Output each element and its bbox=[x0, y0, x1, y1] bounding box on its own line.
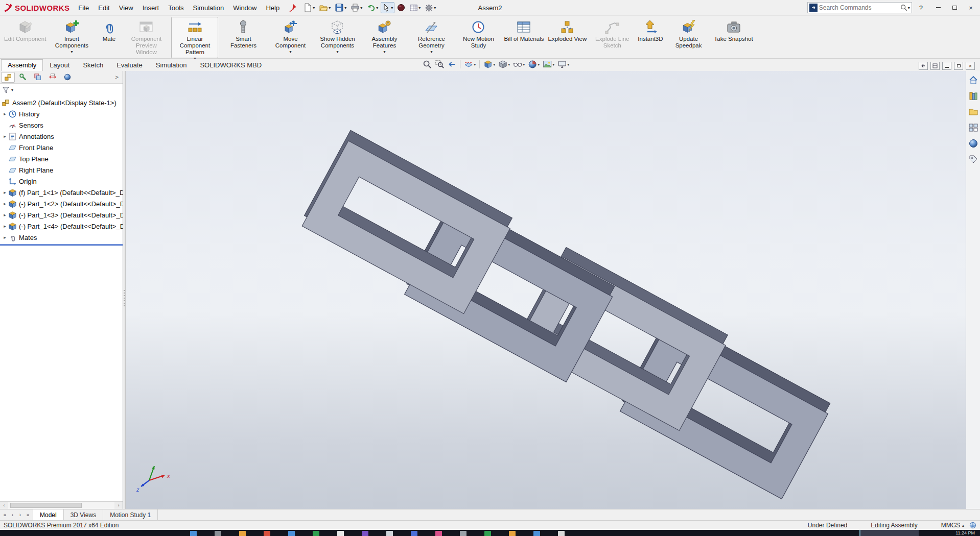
menu-pin-icon[interactable] bbox=[288, 3, 297, 12]
expand-arrow-icon[interactable]: ▸ bbox=[2, 235, 8, 240]
hide-show-items-button[interactable]: ▾ bbox=[511, 59, 526, 69]
tab-evaluate[interactable]: Evaluate bbox=[110, 59, 149, 71]
taskbar-app-icon[interactable] bbox=[313, 531, 319, 536]
next-tab-button[interactable]: › bbox=[16, 512, 24, 518]
dropdown-caret-icon[interactable]: ▾ bbox=[336, 50, 338, 54]
ribbon-move-component-button[interactable]: Move Component ▾ bbox=[267, 17, 314, 58]
dropdown-caret-icon[interactable]: ▾ bbox=[908, 6, 910, 10]
expand-arrow-icon[interactable]: ▸ bbox=[2, 134, 8, 139]
open-button[interactable]: ▾ bbox=[317, 2, 332, 14]
tab-3d-views[interactable]: 3D Views bbox=[64, 509, 103, 520]
tab-featuremanager-tree[interactable] bbox=[1, 72, 15, 83]
expand-arrow-icon[interactable]: ▸ bbox=[2, 224, 8, 229]
scrollbar-track[interactable] bbox=[8, 502, 114, 509]
save-button[interactable]: ▾ bbox=[333, 2, 348, 14]
solidworks-resources-icon[interactable] bbox=[968, 75, 978, 85]
taskbar-app-icon[interactable] bbox=[411, 531, 417, 536]
search-input[interactable] bbox=[819, 4, 900, 11]
dropdown-caret-icon[interactable]: ▾ bbox=[360, 6, 362, 10]
file-explorer-icon[interactable] bbox=[968, 107, 978, 117]
menu-tools[interactable]: Tools bbox=[164, 1, 188, 15]
view-orientation-button[interactable]: ▾ bbox=[482, 59, 497, 69]
print-button[interactable]: ▾ bbox=[349, 2, 364, 14]
scroll-right-button[interactable]: › bbox=[114, 502, 123, 509]
taskbar-app-icon[interactable] bbox=[386, 531, 393, 536]
taskbar-app-icon[interactable] bbox=[190, 531, 197, 536]
appearances-scenes-icon[interactable] bbox=[968, 138, 978, 149]
taskbar-app-icon[interactable] bbox=[509, 531, 516, 536]
dropdown-caret-icon[interactable]: ▾ bbox=[493, 62, 495, 67]
dropdown-caret-icon[interactable]: ▾ bbox=[523, 62, 525, 67]
tile-left-button[interactable] bbox=[919, 62, 928, 70]
dropdown-caret-icon[interactable]: ▾ bbox=[567, 62, 569, 67]
taskbar-app-icon[interactable] bbox=[533, 531, 540, 536]
options-button[interactable]: ▾ bbox=[423, 2, 437, 14]
ribbon-smart-fasteners-button[interactable]: Smart Fasteners bbox=[220, 17, 267, 58]
apply-scene-button[interactable]: ▾ bbox=[541, 59, 556, 69]
ribbon-update-speedpak-button[interactable]: Update Speedpak bbox=[665, 17, 712, 58]
prev-tab-button[interactable]: ‹ bbox=[9, 512, 16, 518]
tree-item-part1-1[interactable]: ▸ (f) Part_1<1> (Default<<Default>_Di bbox=[0, 187, 123, 198]
menu-view[interactable]: View bbox=[114, 1, 138, 15]
taskbar-app-icon[interactable] bbox=[264, 531, 270, 536]
scroll-left-button[interactable]: ‹ bbox=[0, 502, 8, 509]
tab-model[interactable]: Model bbox=[33, 509, 64, 520]
tab-motion-study-1[interactable]: Motion Study 1 bbox=[103, 509, 158, 520]
zoom-to-fit-button[interactable] bbox=[421, 59, 433, 69]
tree-item-origin[interactable]: Origin bbox=[0, 176, 123, 187]
ribbon-linear-pattern-button[interactable]: Linear Component Pattern ▾ bbox=[171, 17, 218, 58]
taskbar-active-app[interactable] bbox=[859, 530, 919, 536]
ribbon-take-snapshot-button[interactable]: Take Snapshot bbox=[712, 17, 755, 58]
taskbar-app-icon[interactable] bbox=[435, 531, 442, 536]
taskbar-app-icon[interactable] bbox=[460, 531, 466, 536]
menu-simulation[interactable]: Simulation bbox=[189, 1, 229, 15]
taskbar-app-icon[interactable] bbox=[215, 531, 221, 536]
tree-item-part1-3[interactable]: ▸ (-) Part_1<3> (Default<<Default>_D bbox=[0, 209, 123, 221]
menu-edit[interactable]: Edit bbox=[94, 1, 114, 15]
ribbon-insert-components-button[interactable]: Insert Components ▾ bbox=[48, 17, 95, 58]
ribbon-exploded-view-button[interactable]: Exploded View bbox=[546, 17, 589, 58]
dropdown-caret-icon[interactable]: ▾ bbox=[313, 6, 315, 10]
dropdown-caret-icon[interactable]: ▾ bbox=[391, 6, 393, 10]
chain-link-1[interactable] bbox=[299, 130, 515, 313]
tree-item-sensors[interactable]: Sensors bbox=[0, 119, 123, 131]
search-scope-icon[interactable] bbox=[809, 4, 818, 12]
tree-item-annotations[interactable]: ▸ Annotations bbox=[0, 131, 123, 142]
dropdown-caret-icon[interactable]: ▾ bbox=[434, 6, 436, 10]
tab-propertymanager[interactable] bbox=[16, 72, 30, 83]
dropdown-caret-icon[interactable]: ▾ bbox=[430, 50, 432, 54]
doc-restore-button[interactable] bbox=[954, 62, 963, 70]
dropdown-caret-icon[interactable]: ▾ bbox=[71, 50, 73, 54]
view-palette-icon[interactable] bbox=[968, 123, 978, 133]
close-button[interactable]: × bbox=[963, 2, 979, 14]
tab-dimxpertmanager[interactable] bbox=[45, 72, 59, 83]
minimize-button[interactable] bbox=[930, 2, 946, 14]
ribbon-new-motion-study-button[interactable]: New Motion Study bbox=[455, 17, 502, 58]
select-tool-button[interactable]: ▾ bbox=[381, 2, 394, 13]
expand-arrow-icon[interactable]: ▸ bbox=[2, 212, 8, 217]
scrollbar-thumb[interactable] bbox=[10, 503, 82, 508]
tab-configurationmanager[interactable] bbox=[31, 72, 44, 83]
doc-minimize-button[interactable] bbox=[942, 62, 951, 70]
tree-item-mates[interactable]: ▸ Mates bbox=[0, 232, 123, 243]
dropdown-caret-icon[interactable]: ▾ bbox=[552, 62, 554, 67]
ribbon-instant3d-button[interactable]: Instant3D bbox=[636, 17, 665, 58]
ribbon-bill-of-materials-button[interactable]: Bill of Materials bbox=[502, 17, 546, 58]
ribbon-mate-button[interactable]: Mate bbox=[95, 17, 123, 58]
previous-view-button[interactable] bbox=[446, 59, 458, 69]
tile-right-button[interactable] bbox=[930, 62, 940, 70]
tree-item-right-plane[interactable]: Right Plane bbox=[0, 164, 123, 176]
dropdown-caret-icon[interactable]: ▾ bbox=[508, 62, 510, 67]
dropdown-caret-icon[interactable]: ▾ bbox=[329, 6, 331, 10]
new-document-button[interactable]: ▾ bbox=[301, 2, 316, 14]
edit-appearance-button[interactable]: ▾ bbox=[526, 59, 541, 69]
taskbar-app-icon[interactable] bbox=[558, 531, 565, 536]
globe-icon[interactable] bbox=[969, 522, 976, 529]
zoom-to-area-button[interactable] bbox=[433, 59, 446, 69]
search-icon[interactable] bbox=[900, 4, 907, 11]
dropdown-caret-icon[interactable]: ▾ bbox=[418, 6, 421, 10]
tree-item-front-plane[interactable]: Front Plane bbox=[0, 142, 123, 153]
dropdown-caret-icon[interactable]: ▾ bbox=[538, 62, 540, 67]
tree-item-top-plane[interactable]: Top Plane bbox=[0, 153, 123, 164]
ribbon-assembly-features-button[interactable]: Assembly Features ▾ bbox=[361, 17, 408, 58]
